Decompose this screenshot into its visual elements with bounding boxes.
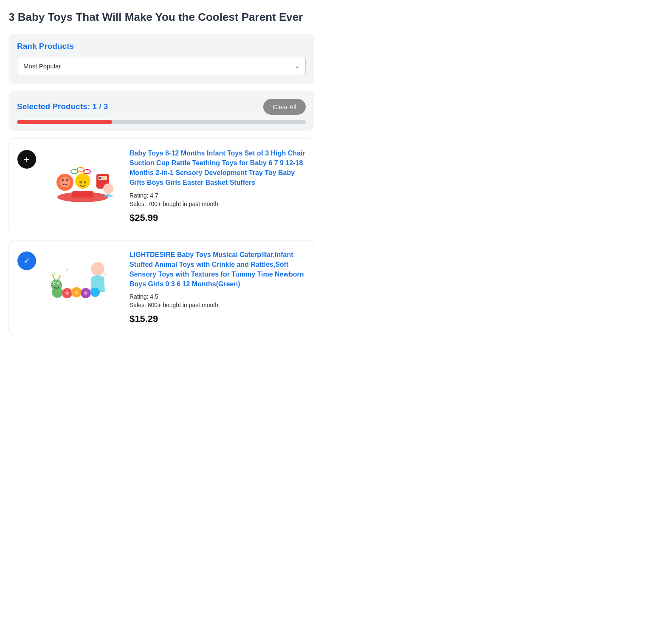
svg-point-29 — [59, 282, 60, 284]
selected-header: Selected Products: 1 / 3 Clear All — [17, 99, 306, 115]
svg-rect-1 — [72, 191, 93, 198]
selected-label-text: Selected Products: — [17, 102, 92, 111]
svg-point-38 — [75, 291, 78, 294]
svg-point-4 — [84, 177, 88, 181]
product-1-info: Baby Toys 6-12 Months Infant Toys Set of… — [130, 148, 305, 223]
selected-count: 1 / 3 — [92, 102, 108, 111]
svg-point-27 — [54, 282, 56, 284]
product-2-image-svg: ♫ ♪ ♩ — [49, 252, 117, 307]
svg-point-6 — [84, 181, 86, 184]
selected-panel: Selected Products: 1 / 3 Clear All — [8, 91, 314, 131]
selected-products-label: Selected Products: 1 / 3 — [17, 102, 108, 111]
product-card-1: + — [8, 138, 314, 233]
svg-point-24 — [90, 288, 100, 297]
svg-point-16 — [77, 167, 84, 172]
product-2-sales: Sales: 600+ bought in past month — [130, 302, 305, 308]
svg-text:♫: ♫ — [51, 270, 56, 277]
svg-point-9 — [62, 179, 64, 181]
check-icon: ✓ — [24, 256, 30, 266]
product-2-price: $15.29 — [130, 314, 305, 325]
svg-point-18 — [103, 184, 113, 194]
product-1-select-button[interactable]: + — [17, 150, 36, 169]
product-2-title: LIGHTDESIRE Baby Toys Musical Caterpilla… — [130, 250, 305, 289]
product-1-sales: Sales: 700+ bought in past month — [130, 201, 305, 207]
svg-point-17 — [84, 169, 90, 174]
progress-bar-track — [17, 120, 306, 124]
product-2-image: ♫ ♪ ♩ — [45, 250, 121, 309]
product-card-2: ✓ ♫ ♪ ♩ — [8, 240, 314, 335]
svg-point-14 — [102, 177, 105, 179]
product-1-image — [45, 148, 121, 208]
page-title: 3 Baby Toys That Will Make You the Coole… — [8, 10, 314, 25]
svg-point-13 — [99, 177, 101, 179]
svg-text:♩: ♩ — [104, 270, 107, 277]
svg-text:♪: ♪ — [66, 266, 68, 272]
svg-point-10 — [66, 179, 68, 181]
svg-point-39 — [84, 291, 87, 295]
product-2-info: LIGHTDESIRE Baby Toys Musical Caterpilla… — [130, 250, 305, 325]
rank-panel: Rank Products Most Popular Highest Rated… — [8, 34, 314, 84]
clear-all-button[interactable]: Clear All — [263, 99, 306, 115]
svg-point-3 — [78, 177, 82, 181]
progress-bar-fill — [17, 120, 112, 124]
svg-point-19 — [91, 262, 104, 276]
svg-point-33 — [59, 275, 61, 277]
svg-point-25 — [51, 280, 62, 291]
plus-icon: + — [24, 154, 30, 164]
product-1-image-svg — [49, 150, 117, 206]
svg-point-15 — [71, 169, 78, 174]
product-1-title: Baby Toys 6-12 Months Infant Toys Set of… — [130, 148, 305, 188]
rank-select-wrapper: Most Popular Highest Rated Lowest Price … — [17, 57, 306, 75]
svg-point-8 — [60, 177, 70, 187]
product-2-select-button[interactable]: ✓ — [17, 251, 36, 270]
svg-point-37 — [65, 291, 69, 295]
product-1-rating: Rating: 4.7 — [130, 192, 305, 199]
product-2-rating: Rating: 4.5 — [130, 293, 305, 300]
svg-point-5 — [79, 181, 82, 184]
product-1-price: $25.99 — [130, 212, 305, 223]
rank-select[interactable]: Most Popular Highest Rated Lowest Price … — [17, 57, 306, 75]
rank-products-label: Rank Products — [17, 42, 306, 51]
